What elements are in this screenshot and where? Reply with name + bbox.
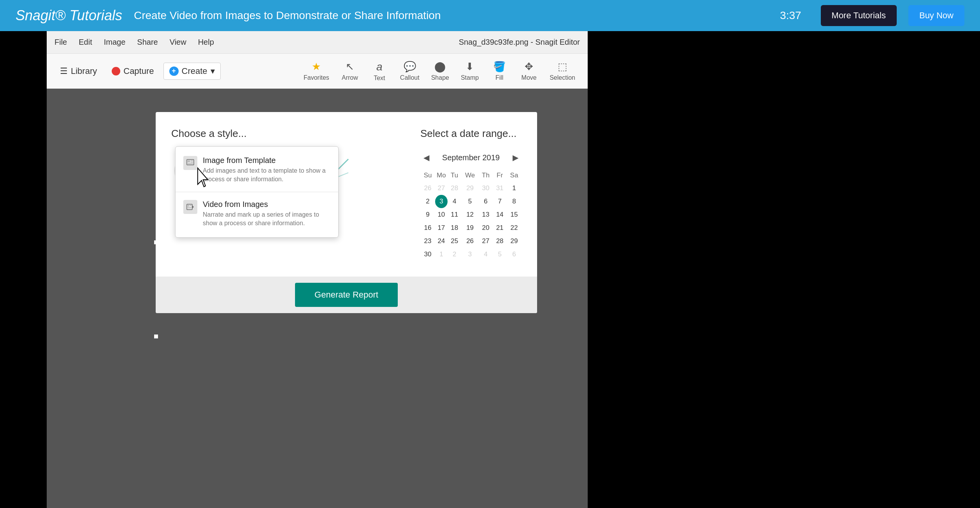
fill-icon: 🪣 <box>493 61 506 73</box>
calendar-day[interactable]: 26 <box>420 182 435 195</box>
app-wrapper: File Edit Image Share View Help Snag_d39… <box>0 31 980 508</box>
svg-rect-7 <box>188 205 189 207</box>
calendar-day[interactable]: 19 <box>462 221 479 235</box>
calendar-day[interactable]: 24 <box>435 235 448 248</box>
buy-now-button[interactable]: Buy Now <box>908 5 964 26</box>
tool-callout[interactable]: 💬 Callout <box>395 58 424 84</box>
image-from-template-text: Image from Template Add images and text … <box>203 156 330 184</box>
shape-icon: ⬤ <box>434 61 446 73</box>
generate-report-button[interactable]: Generate Report <box>295 283 398 307</box>
menu-image[interactable]: Image <box>104 38 126 47</box>
image-from-template-title: Image from Template <box>203 156 330 165</box>
callout-icon: 💬 <box>404 61 416 73</box>
dropdown-item-image-from-template[interactable]: Image from Template Add images and text … <box>176 150 338 190</box>
bottom-bar: Generate Report <box>156 277 537 313</box>
calendar-day[interactable]: 1 <box>507 182 522 195</box>
calendar-day[interactable]: 27 <box>479 235 493 248</box>
calendar-day[interactable]: 23 <box>420 235 435 248</box>
calendar-day[interactable]: 7 <box>493 195 507 208</box>
calendar-day[interactable]: 4 <box>479 248 493 261</box>
calendar-day[interactable]: 13 <box>479 208 493 221</box>
tutorial-time: 3:37 <box>780 9 801 22</box>
toolbar-left: ☰ Library Capture + Create ▾ <box>54 63 221 80</box>
tool-stamp[interactable]: ⬇ Stamp <box>456 58 483 84</box>
calendar-day[interactable]: 28 <box>448 182 462 195</box>
calendar-day[interactable]: 16 <box>420 221 435 235</box>
arrow-icon: ↖ <box>346 61 354 73</box>
cal-header-tu: Tu <box>448 169 462 182</box>
calendar-day[interactable]: 29 <box>507 235 522 248</box>
tutorial-title: Create Video from Images to Demonstrate … <box>134 9 768 22</box>
menu-file[interactable]: File <box>54 38 67 47</box>
left-black-bar <box>0 31 47 508</box>
calendar-day[interactable]: 25 <box>448 235 462 248</box>
calendar-day[interactable]: 3 <box>435 195 448 208</box>
text-icon: a <box>376 61 383 73</box>
tutorial-bar: Snagit® Tutorials Create Video from Imag… <box>0 0 980 31</box>
calendar-day[interactable]: 5 <box>493 248 507 261</box>
calendar-day[interactable]: 1 <box>435 248 448 261</box>
calendar-day[interactable]: 11 <box>448 208 462 221</box>
calendar-day[interactable]: 15 <box>507 208 522 221</box>
calendar-day[interactable]: 17 <box>435 221 448 235</box>
cal-header-fr: Fr <box>493 169 507 182</box>
calendar-day[interactable]: 28 <box>493 235 507 248</box>
calendar-day[interactable]: 4 <box>448 195 462 208</box>
tool-arrow[interactable]: ↖ Arrow <box>336 58 364 84</box>
tool-text[interactable]: a Text <box>366 58 393 85</box>
svg-marker-6 <box>192 205 194 208</box>
tool-move[interactable]: ✥ Move <box>515 58 543 84</box>
fill-label: Fill <box>495 74 503 81</box>
calendar-day[interactable]: 29 <box>462 182 479 195</box>
selection-handle-bottom-left[interactable] <box>153 334 159 339</box>
calendar-next-button[interactable]: ▶ <box>509 151 522 164</box>
menu-share[interactable]: Share <box>137 38 158 47</box>
move-icon: ✥ <box>525 61 533 73</box>
menu-help[interactable]: Help <box>198 38 214 47</box>
calendar-day[interactable]: 26 <box>462 235 479 248</box>
calendar-day[interactable]: 2 <box>448 248 462 261</box>
calendar-prev-button[interactable]: ◀ <box>420 151 432 164</box>
calendar-day[interactable]: 14 <box>493 208 507 221</box>
calendar-day[interactable]: 2 <box>420 195 435 208</box>
chart-section-title: Choose a style... <box>171 128 405 140</box>
dropdown-item-video-from-images[interactable]: Video from Images Narrate and mark up a … <box>176 194 338 234</box>
tool-shape[interactable]: ⬤ Shape <box>427 58 454 84</box>
library-button[interactable]: ☰ Library <box>54 63 102 79</box>
menu-edit[interactable]: Edit <box>79 38 92 47</box>
toolbar-tools: ★ Favorites ↖ Arrow a Text 💬 Callout ⬤ <box>299 58 580 85</box>
snagit-app: File Edit Image Share View Help Snag_d39… <box>47 31 588 508</box>
calendar-day[interactable]: 5 <box>462 195 479 208</box>
create-label: Create <box>182 66 207 76</box>
capture-button[interactable]: Capture <box>106 63 159 79</box>
more-tutorials-button[interactable]: More Tutorials <box>821 5 897 26</box>
tool-favorites[interactable]: ★ Favorites <box>299 58 334 84</box>
menu-view[interactable]: View <box>170 38 186 47</box>
calendar-day[interactable]: 8 <box>507 195 522 208</box>
calendar-day[interactable]: 10 <box>435 208 448 221</box>
calendar-day[interactable]: 31 <box>493 182 507 195</box>
calendar-day[interactable]: 27 <box>435 182 448 195</box>
calendar-day[interactable]: 20 <box>479 221 493 235</box>
svg-rect-9 <box>188 207 191 208</box>
calendar-day[interactable]: 22 <box>507 221 522 235</box>
calendar-month: September 2019 <box>442 153 500 162</box>
tool-selection[interactable]: ⬚ Selection <box>545 58 580 84</box>
calendar-day[interactable]: 9 <box>420 208 435 221</box>
calendar-day[interactable]: 18 <box>448 221 462 235</box>
calendar-day[interactable]: 12 <box>462 208 479 221</box>
calendar-day[interactable]: 21 <box>493 221 507 235</box>
calendar-day[interactable]: 6 <box>507 248 522 261</box>
image-from-template-desc: Add images and text to a template to sho… <box>203 166 330 184</box>
calendar-section: Select a date range... ◀ September 2019 … <box>420 128 522 261</box>
calendar-day[interactable]: 6 <box>479 195 493 208</box>
tool-fill[interactable]: 🪣 Fill <box>486 58 513 84</box>
selection-label: Selection <box>550 74 575 81</box>
calendar-day[interactable]: 3 <box>462 248 479 261</box>
arrow-label: Arrow <box>342 74 358 81</box>
video-from-images-title: Video from Images <box>203 200 330 209</box>
create-button[interactable]: + Create ▾ <box>163 63 221 80</box>
shape-label: Shape <box>431 74 449 81</box>
calendar-day[interactable]: 30 <box>420 248 435 261</box>
calendar-day[interactable]: 30 <box>479 182 493 195</box>
